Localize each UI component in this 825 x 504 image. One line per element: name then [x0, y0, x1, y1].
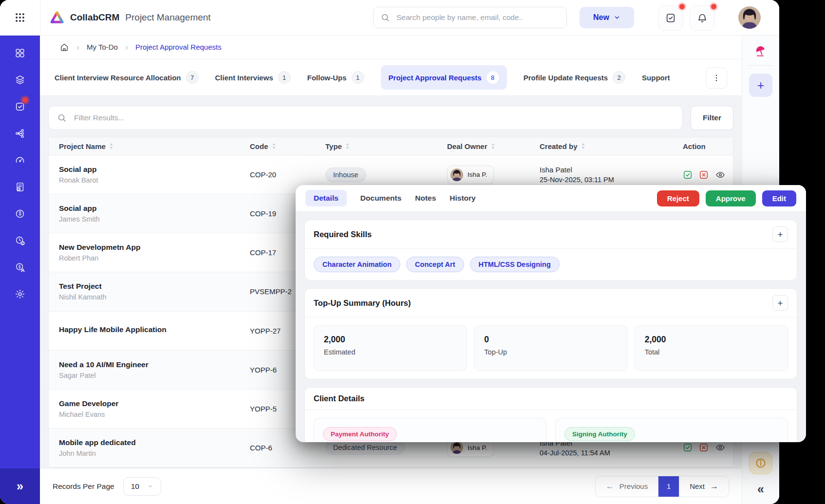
filter-search[interactable] [48, 106, 683, 130]
sidebar-item-invoices[interactable] [15, 182, 25, 192]
sidebar-item-reports[interactable] [15, 155, 25, 166]
view-eye-icon[interactable] [715, 443, 726, 452]
chevron-right-icon: › [76, 43, 79, 52]
new-button[interactable]: New [580, 7, 634, 28]
required-skills-card: Required Skills + Character Animation Co… [304, 220, 797, 280]
user-avatar[interactable] [738, 6, 761, 29]
tab-support[interactable]: Support [642, 74, 670, 82]
created-at: 04-Jul-2025, 11:54 AM [540, 449, 610, 457]
reject-button[interactable]: Reject [657, 190, 699, 206]
sidebar-item-network[interactable] [15, 128, 25, 139]
brand-logo-icon [50, 10, 64, 25]
tab-project-approval-requests[interactable]: Project Approval Requests 8 [381, 65, 507, 90]
modal-tab-history[interactable]: History [450, 194, 475, 203]
sidebar-item-layers[interactable] [15, 75, 25, 85]
approve-button[interactable]: Approve [706, 190, 756, 206]
next-page-button[interactable]: Next → [679, 476, 729, 497]
skill-tag[interactable]: Concept Art [406, 257, 464, 272]
skill-tag[interactable]: Character Animation [314, 257, 400, 272]
deal-owner-chip[interactable]: Isha P. [447, 166, 494, 184]
sidebar-item-timesheet[interactable]: $ [15, 235, 25, 246]
stat-value: 2,000 [645, 335, 778, 345]
column-header-deal-owner[interactable]: Deal Owner [437, 137, 529, 155]
add-widget-button[interactable]: + [749, 74, 772, 97]
topup-summary-card: Top-Up Summary (Hours) + 2,000 Estimated… [304, 288, 797, 379]
filter-input[interactable] [73, 113, 674, 123]
sidebar-item-dashboard[interactable] [15, 48, 25, 58]
type-badge: Dedicated Resource [325, 440, 405, 455]
tab-follow-ups[interactable]: Follow-Ups 1 [307, 71, 364, 84]
collapse-panel-button[interactable]: « [757, 482, 764, 496]
approve-icon[interactable] [683, 170, 693, 180]
signing-authority-card: Signing Authority [555, 418, 788, 442]
tab-profile-update-requests[interactable]: Profile Update Requests 2 [524, 71, 625, 84]
signing-authority-badge: Signing Authority [564, 427, 635, 441]
column-header-type[interactable]: Type [315, 137, 437, 155]
project-name: Social app [59, 165, 97, 174]
tab-label: Client Interview Resource Allocation [55, 74, 181, 82]
more-tabs-button[interactable] [706, 67, 727, 89]
info-button[interactable] [749, 452, 772, 474]
app-launcher-button[interactable] [0, 0, 40, 35]
settings-gear-icon [15, 289, 25, 299]
tasks-button[interactable] [658, 5, 683, 31]
project-code: YOPP-27 [250, 327, 281, 335]
filter-button[interactable]: Filter [691, 106, 733, 130]
skill-tag[interactable]: HTML/CSS Designing [470, 257, 560, 272]
stat-label: Total [645, 348, 778, 356]
tasks-check-icon [665, 13, 676, 23]
divider [748, 65, 773, 66]
new-button-label: New [593, 13, 609, 22]
notifications-button[interactable] [690, 5, 715, 31]
section-title: Required Skills [314, 230, 372, 239]
sidebar-item-settings[interactable] [15, 289, 25, 299]
screen: CollabCRM Project Management New [0, 0, 825, 504]
home-icon[interactable] [59, 42, 69, 52]
approve-icon[interactable] [683, 443, 693, 452]
sidebar-item-billing[interactable]: $ [15, 208, 25, 219]
modal-tab-notes[interactable]: Notes [415, 194, 436, 203]
add-topup-button[interactable]: + [772, 295, 788, 311]
breadcrumb-item-current[interactable]: Project Approval Requests [135, 43, 222, 51]
modal-tab-details[interactable]: Details [305, 190, 347, 206]
column-header-project-name[interactable]: Project Name [49, 137, 240, 155]
modal-tab-documents[interactable]: Documents [360, 194, 401, 203]
column-header-created-by[interactable]: Created by [529, 137, 673, 155]
stat-label: Top-Up [484, 348, 617, 356]
tab-client-interviews[interactable]: Client Interviews 1 [215, 71, 291, 84]
sort-icon[interactable] [109, 143, 113, 149]
edit-button[interactable]: Edit [762, 190, 796, 206]
sidebar-item-tasks[interactable] [15, 101, 25, 112]
sidebar-expand-button[interactable]: » [0, 468, 40, 504]
sidebar-item-payouts[interactable]: $ [15, 262, 25, 273]
project-contact: John Martin [59, 449, 96, 457]
add-skill-button[interactable]: + [772, 226, 788, 242]
tab-count-badge: 1 [278, 71, 291, 84]
created-at: 25-Nov-2025, 03:11 PM [540, 176, 614, 184]
project-contact: Sagar Patel [59, 372, 96, 379]
sort-icon[interactable] [491, 143, 495, 149]
reject-icon[interactable] [699, 170, 709, 180]
view-eye-icon[interactable] [715, 170, 726, 180]
previous-page-button[interactable]: ← Previous [596, 476, 658, 497]
global-search[interactable] [373, 7, 567, 28]
chevron-right-icon: › [125, 43, 128, 52]
breadcrumb-item[interactable]: My To-Do [87, 43, 118, 51]
column-header-code[interactable]: Code [240, 137, 315, 155]
gauge-icon [15, 155, 25, 166]
filter-row: Filter [48, 106, 733, 130]
tab-client-interview-resource-allocation[interactable]: Client Interview Resource Allocation 7 [55, 71, 199, 84]
sort-icon[interactable] [345, 143, 350, 149]
current-page[interactable]: 1 [658, 476, 679, 497]
vacation-umbrella-icon[interactable] [754, 45, 767, 57]
brand-name: CollabCRM [70, 12, 119, 23]
sort-icon[interactable] [272, 143, 276, 149]
approval-details-modal: Details Documents Notes History Reject A… [296, 185, 806, 442]
search-input[interactable] [395, 13, 560, 22]
tasks-check-icon [15, 101, 25, 112]
records-per-page: Records Per Page 10 [53, 477, 161, 496]
reject-icon[interactable] [699, 443, 709, 452]
page-title: Project Management [125, 12, 210, 23]
page-size-select[interactable]: 10 [123, 477, 161, 496]
sort-icon[interactable] [581, 143, 585, 149]
